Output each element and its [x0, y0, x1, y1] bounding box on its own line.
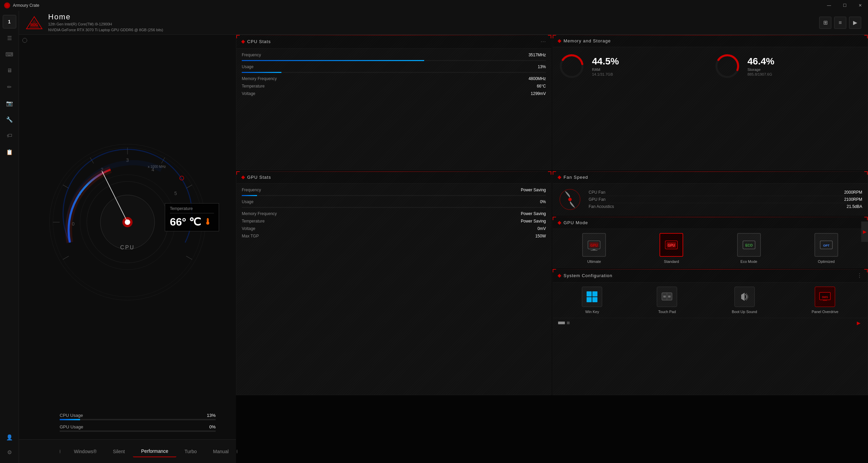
- sidebar-item-keyboard[interactable]: ⌨: [3, 47, 16, 61]
- sidebar-bottom: 👤 ⚙: [3, 429, 16, 460]
- system-config-menu[interactable]: ⋮: [857, 272, 862, 279]
- fan-main-section: CPU Fan 2000RPM GPU Fan 2100RPM Fan Acou…: [558, 188, 862, 211]
- right-column: Fan Speed: [552, 171, 868, 395]
- tab-turbo[interactable]: Turbo: [176, 446, 205, 457]
- sys-config-winkey[interactable]: Win Key: [582, 287, 602, 314]
- cpu-stats-title: CPU Stats: [247, 39, 271, 44]
- ram-label: RAM: [592, 67, 707, 72]
- svg-rect-48: [587, 291, 592, 296]
- sidebar-user-button[interactable]: 👤: [3, 430, 16, 444]
- window-controls: — ☐ ✕: [821, 0, 868, 11]
- svg-rect-49: [592, 291, 597, 296]
- gpu-mode-ultimate[interactable]: GPU Ultimate: [582, 233, 606, 264]
- gpu-tgp-item: Max TGP 150W: [242, 234, 546, 238]
- grid-view-button[interactable]: ⊞: [819, 17, 831, 29]
- fan-stats: CPU Fan 2000RPM GPU Fan 2100RPM Fan Acou…: [589, 189, 862, 210]
- ram-info: 44.5% RAM 14.1/31.7GB: [592, 56, 707, 76]
- perf-indicator-left: [60, 449, 60, 454]
- gpu-mode-body: GPU Ultimate: [553, 229, 868, 268]
- header-title-section: Home 12th Gen Intel(R) Core(TM) i9-12900…: [48, 13, 163, 33]
- storage-detail: 885.8/1907.6G: [748, 72, 863, 76]
- list-view-button[interactable]: ≡: [834, 17, 846, 29]
- fan-speed-icon: [557, 175, 561, 179]
- header-actions: ⊞ ≡ ▶: [819, 17, 861, 29]
- cpu-usage-label: CPU Usage: [60, 413, 83, 418]
- main-content: 0 1 2 3 4 5 6 x 1000 MHz: [19, 35, 868, 463]
- sidebar-item-menu[interactable]: ☰: [3, 31, 16, 45]
- sidebar-settings-button[interactable]: ⚙: [3, 445, 16, 459]
- sys-config-bootSound[interactable]: Boot Up Sound: [732, 287, 757, 314]
- memory-storage-title: Memory and Storage: [564, 38, 611, 43]
- svg-text:GPU: GPU: [590, 244, 598, 247]
- sidebar-item-list[interactable]: 📋: [3, 145, 16, 159]
- gpu-usage-label: GPU Usage: [60, 424, 83, 429]
- system-config-header: System Configuration ⋮: [553, 269, 868, 283]
- svg-rect-40: [591, 250, 597, 251]
- svg-text:3MS: 3MS: [822, 295, 828, 299]
- ram-detail: 14.1/31.7GB: [592, 72, 707, 76]
- tab-silent[interactable]: Silent: [105, 446, 133, 457]
- scroll-right-arrow[interactable]: ▶: [857, 320, 862, 326]
- thermometer-icon: 🌡: [204, 217, 212, 227]
- storage-gauge: [714, 53, 741, 80]
- cpu-usage-stat: Usage 13%: [242, 64, 546, 69]
- tab-manual[interactable]: Manual: [205, 446, 237, 457]
- temp-unit: ℃: [189, 215, 201, 228]
- tab-windows[interactable]: Windows®: [66, 446, 105, 457]
- titlebar: Armoury Crate — ☐ ✕: [0, 0, 868, 11]
- sidebar-item-edit[interactable]: ✏: [3, 80, 16, 94]
- svg-rect-63: [823, 300, 827, 301]
- gpu-mode-standard[interactable]: GPU Standard: [659, 233, 683, 264]
- temp-display: 66° ℃ 🌡: [170, 215, 214, 228]
- sidebar-item-camera[interactable]: 📷: [3, 96, 16, 110]
- fan-speed-header: Fan Speed: [553, 171, 868, 184]
- minimize-button[interactable]: —: [821, 0, 837, 11]
- indicator-circle-tl: [22, 38, 27, 43]
- cpu-usage-value: 13%: [207, 413, 216, 418]
- cpu-stats-expand[interactable]: ⋯: [540, 38, 546, 45]
- performance-tabs: Windows® Silent Performance Turbo Manual: [19, 439, 236, 463]
- gauge-area: 0 1 2 3 4 5 6 x 1000 MHz: [19, 35, 236, 409]
- ram-pct: 44.5%: [592, 56, 707, 67]
- winkey-icon: [582, 287, 602, 307]
- system-config-icon: [557, 274, 561, 277]
- gpu-mode-eco[interactable]: ECO Eco Mode: [737, 233, 761, 264]
- gpu-stats-icon: [241, 175, 245, 179]
- sidebar-item-tag[interactable]: 🏷: [3, 129, 16, 142]
- tab-performance[interactable]: Performance: [133, 446, 176, 457]
- right-panel-arrow[interactable]: ▶: [861, 221, 868, 242]
- gpu-stats-body: Frequency Power Saving Usage 0%: [236, 184, 551, 245]
- gpu-eco-icon: ECO: [737, 233, 761, 257]
- cpu-stats-header: CPU Stats ⋯: [236, 35, 551, 49]
- svg-text:OPT: OPT: [823, 244, 830, 247]
- sidebar-item-display[interactable]: 🖥: [3, 64, 16, 77]
- left-panel: 0 1 2 3 4 5 6 x 1000 MHz: [19, 35, 236, 463]
- sidebar-toggle-button[interactable]: ▶: [849, 17, 861, 29]
- system-config-footer: ▶: [553, 318, 868, 328]
- memory-storage-body: 44.5% RAM 14.1/31.7GB 46.4%: [553, 47, 868, 85]
- memory-storage-icon: [557, 39, 561, 43]
- maximize-button[interactable]: ☐: [837, 0, 852, 11]
- sidebar-item-1[interactable]: 1: [3, 15, 16, 28]
- fan-speed-body: CPU Fan 2000RPM GPU Fan 2100RPM Fan Acou…: [553, 184, 868, 215]
- svg-line-13: [186, 256, 192, 259]
- rog-logo: ROG: [26, 16, 43, 30]
- temp-select[interactable]: Temperature: [170, 206, 214, 213]
- storage-info: 46.4% Storage 885.8/1907.6G: [748, 56, 863, 76]
- svg-point-35: [568, 198, 572, 201]
- header: ROG Home 12th Gen Intel(R) Core(TM) i9-1…: [19, 11, 868, 35]
- cpu-fan-row: CPU Fan 2000RPM: [589, 189, 862, 196]
- close-button[interactable]: ✕: [852, 0, 868, 11]
- gpu-freq-bar: [242, 195, 546, 196]
- system-config-body: Win Key: [553, 283, 868, 318]
- sidebar-item-tools[interactable]: 🔧: [3, 113, 16, 126]
- sidebar: 1 ☰ ⌨ 🖥 ✏ 📷 🔧 🏷 📋 👤 ⚙: [0, 11, 19, 463]
- gpu-standard-icon: GPU: [659, 233, 683, 257]
- sys-config-panelOverdrive[interactable]: 3MS Panel Overdrive: [812, 287, 839, 314]
- gpu-mode-optimized[interactable]: OPT Optimized: [814, 233, 838, 264]
- cpu-usage-fill: [60, 419, 80, 420]
- sys-config-touchpad[interactable]: Touch Pad: [657, 287, 677, 314]
- gpu-usage-stat-bar: [242, 207, 546, 208]
- cpu-freq-item: Frequency 3517MHz: [242, 53, 546, 57]
- cpu-freq-bar: [242, 60, 546, 61]
